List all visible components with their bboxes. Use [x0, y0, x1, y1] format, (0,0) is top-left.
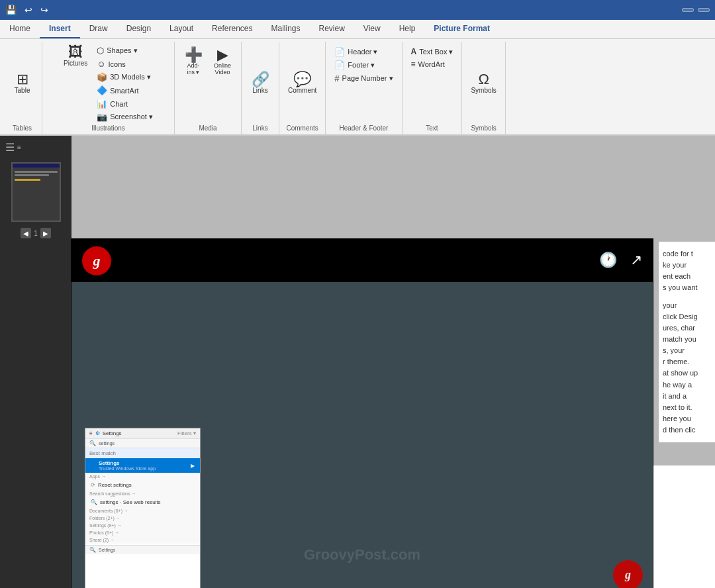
table-icon: ⊞: [17, 72, 28, 87]
page-number-label: Page Number ▾: [342, 74, 393, 83]
share-button[interactable]: [682, 8, 694, 12]
tab-design[interactable]: Design: [117, 20, 160, 38]
video-body[interactable]: ≡ ⚙ Settings Filters ▾ 🔍 settings Best m…: [72, 282, 653, 588]
pictures-button[interactable]: 🖼 Pictures: [60, 43, 91, 69]
table-label: Table: [15, 87, 30, 94]
tables-group-label: Tables: [13, 123, 32, 133]
links-group-label: Links: [252, 123, 267, 133]
tab-references[interactable]: References: [203, 20, 262, 38]
illustrations-group-label: Illustrations: [91, 123, 125, 133]
textbox-button[interactable]: A Text Box ▾: [408, 46, 457, 58]
wordart-button[interactable]: ≡ WordArt: [408, 58, 457, 70]
online-video-button[interactable]: ▶ OnlineVideo: [209, 46, 236, 77]
tab-view[interactable]: View: [354, 20, 390, 38]
ribbon-group-links: 🔗 Links Links: [242, 42, 279, 134]
save-quick-btn[interactable]: 💾: [5, 5, 17, 15]
tab-help[interactable]: Help: [390, 20, 425, 38]
ribbon-group-symbols: Ω Symbols Symbols: [462, 42, 505, 134]
text-group-label: Text: [426, 123, 438, 133]
3d-models-label: 3D Models ▾: [110, 73, 151, 81]
pictures-label: Pictures: [64, 60, 87, 67]
comment-label: Comment: [288, 87, 316, 94]
tab-insert[interactable]: Insert: [40, 20, 80, 38]
icons-label: Icons: [108, 60, 125, 68]
symbols-label: Symbols: [471, 87, 496, 94]
ribbon-group-illustrations: 🖼 Pictures ⬡ Shapes ▾ ☺ Icons 📦 3D Model…: [42, 42, 175, 134]
smartart-icon: 🔷: [97, 85, 107, 95]
share-button[interactable]: ↗: [630, 252, 642, 270]
redo-btn[interactable]: ↪: [40, 5, 48, 15]
online-video-label: OnlineVideo: [214, 62, 231, 75]
links-label: Links: [252, 87, 267, 94]
shapes-button[interactable]: ⬡ Shapes ▾: [93, 44, 156, 57]
tab-picture-format[interactable]: Picture Format: [424, 20, 499, 38]
table-button[interactable]: ⊞ Table: [9, 70, 36, 96]
footer-button[interactable]: 📄 Footer ▾: [331, 59, 396, 72]
chart-label: Chart: [110, 100, 128, 108]
tab-draw[interactable]: Draw: [80, 20, 117, 38]
video-header: g 🕐 ↗: [72, 239, 653, 282]
header-button[interactable]: 📄 Header ▾: [331, 46, 396, 58]
ribbon-group-comments: 💬 Comment Comments: [279, 42, 326, 134]
title-bar: 💾 ↩ ↪: [0, 0, 715, 20]
shapes-icon: ⬡: [97, 46, 104, 56]
ribbon-group-tables: ⊞ Table Tables: [3, 42, 42, 134]
comments-button[interactable]: [698, 8, 710, 12]
textbox-icon: A: [411, 47, 417, 56]
tab-home[interactable]: Home: [0, 20, 40, 38]
ribbon-bar: ⊞ Table Tables 🖼 Pictures ⬡ Shapes ▾ ☺ I…: [0, 39, 715, 136]
ribbon-tabs: Home Insert Draw Design Layout Reference…: [0, 20, 715, 39]
links-icon: 🔗: [252, 72, 269, 87]
document-sidebar: ☰ ≡ ◀ 1 ▶: [0, 136, 72, 588]
addins-icon: ➕: [185, 48, 203, 62]
header-footer-group-label: Header & Footer: [339, 123, 388, 133]
smartart-label: SmartArt: [110, 87, 138, 95]
page-number-button[interactable]: # Page Number ▾: [331, 72, 396, 85]
tab-review[interactable]: Review: [310, 20, 354, 38]
video-screenshot: ≡ ⚙ Settings Filters ▾ 🔍 settings Best m…: [85, 428, 201, 588]
ribbon-group-header-footer: 📄 Header ▾ 📄 Footer ▾ # Page Number ▾ He…: [326, 42, 402, 134]
comments-group-label: Comments: [287, 123, 318, 133]
wordart-label: WordArt: [418, 60, 445, 68]
pictures-icon: 🖼: [68, 45, 83, 60]
chart-button[interactable]: 📊 Chart: [93, 97, 156, 110]
undo-btn[interactable]: ↩: [24, 5, 32, 15]
document-area: ☰ ≡ ◀ 1 ▶ code for t ke your ent each s …: [0, 136, 715, 588]
icons-button[interactable]: ☺ Icons: [93, 58, 156, 70]
addins-button[interactable]: ➕ Add-ins ▾: [180, 46, 207, 77]
footer-icon: 📄: [334, 60, 345, 70]
addins-label: Add-ins ▾: [187, 62, 199, 75]
3d-models-icon: 📦: [97, 72, 107, 82]
tab-layout[interactable]: Layout: [160, 20, 203, 38]
online-video-icon: ▶: [217, 48, 228, 62]
screenshot-icon: 📷: [97, 112, 107, 122]
smartart-button[interactable]: 🔷 SmartArt: [93, 84, 156, 97]
header-label: Header ▾: [348, 48, 377, 56]
channel-logo: g: [82, 246, 111, 275]
share-icon: ↗: [630, 252, 642, 269]
comment-icon: 💬: [293, 72, 311, 87]
shapes-label: Shapes ▾: [107, 46, 137, 55]
screenshot-button[interactable]: 📷 Screenshot ▾: [93, 111, 156, 123]
comment-button[interactable]: 💬 Comment: [285, 70, 320, 96]
watch-later-button[interactable]: 🕐: [599, 252, 617, 270]
symbols-group-label: Symbols: [471, 123, 496, 133]
channel-logo-watermark: g: [613, 560, 643, 588]
ribbon-group-text: A Text Box ▾ ≡ WordArt Text: [403, 42, 463, 134]
ribbon-group-media: ➕ Add-ins ▾ ▶ OnlineVideo Media: [175, 42, 242, 134]
wordart-icon: ≡: [411, 60, 416, 69]
tab-mailings[interactable]: Mailings: [262, 20, 309, 38]
screenshot-label: Screenshot ▾: [110, 113, 153, 121]
symbols-icon: Ω: [478, 72, 489, 87]
video-header-actions: 🕐 ↗: [599, 252, 642, 270]
video-player[interactable]: g 🕐 ↗ ≡ ⚙ Settings: [71, 238, 653, 588]
page-number-icon: #: [334, 74, 339, 83]
groovypost-watermark: GroovyPost.com: [304, 546, 420, 564]
3d-models-button[interactable]: 📦 3D Models ▾: [93, 71, 156, 83]
header-icon: 📄: [334, 47, 345, 57]
doc-right-column: code for t ke your ent each s you want y…: [659, 242, 715, 442]
symbols-button[interactable]: Ω Symbols: [467, 70, 499, 96]
links-button[interactable]: 🔗 Links: [247, 70, 273, 96]
icons-icon: ☺: [97, 59, 105, 69]
footer-label: Footer ▾: [348, 61, 375, 70]
